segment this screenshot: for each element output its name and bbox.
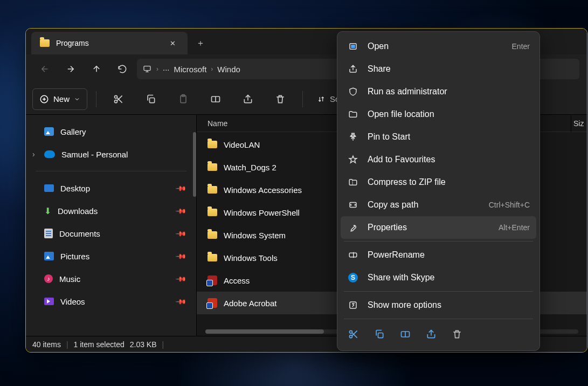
column-size[interactable]: Siz: [571, 115, 587, 132]
tab-programs[interactable]: Programs ✕: [31, 32, 188, 54]
ctx-open-location[interactable]: Open file location: [341, 103, 536, 126]
separator: [36, 171, 186, 171]
access-shortcut-icon: [207, 275, 217, 285]
sidebar-item-videos[interactable]: Videos 📌: [26, 290, 196, 313]
trash-icon: [452, 329, 462, 340]
file-name: Watch_Dogs 2: [224, 163, 276, 172]
breadcrumb-ellipsis[interactable]: ···: [163, 65, 170, 74]
chevron-right-icon[interactable]: ›: [156, 65, 158, 73]
separator: |: [162, 340, 164, 349]
sidebar-label: Music: [59, 274, 80, 284]
sidebar-item-music[interactable]: ♪ Music 📌: [26, 267, 196, 290]
ctx-share-skype[interactable]: S Share with Skype: [341, 266, 536, 289]
ctx-powerrename[interactable]: PowerRename: [341, 244, 536, 266]
ctx-copy-path[interactable]: Copy as path Ctrl+Shift+C: [341, 194, 536, 216]
sidebar-label: Samuel - Personal: [61, 150, 128, 159]
ctx-label: Run as administrator: [368, 87, 447, 96]
share-icon: [426, 329, 437, 340]
breadcrumb-seg-windows[interactable]: Windo: [217, 65, 240, 74]
pin-icon: 📌: [175, 228, 187, 239]
sidebar-item-documents[interactable]: Documents 📌: [26, 222, 196, 245]
sidebar-item-downloads[interactable]: ⬇ Downloads 📌: [26, 199, 196, 222]
ctx-cut-button[interactable]: [348, 329, 359, 340]
ctx-icon-toolbar: [341, 321, 536, 347]
sidebar-item-onedrive[interactable]: Samuel - Personal: [26, 143, 196, 166]
music-icon: ♪: [44, 274, 53, 283]
acrobat-shortcut-icon: [207, 298, 217, 308]
ctx-delete-button[interactable]: [452, 329, 462, 340]
file-name: Windows Tools: [224, 253, 278, 263]
scrollbar-thumb[interactable]: [205, 329, 324, 334]
scissors-icon: [113, 94, 124, 105]
ctx-share[interactable]: Share: [341, 58, 536, 80]
ctx-copy-button[interactable]: [374, 329, 385, 340]
ctx-share-button[interactable]: [426, 329, 437, 340]
ctx-label: Add to Favourites: [368, 155, 435, 164]
pin-icon: 📌: [175, 182, 187, 194]
ctx-pin-start[interactable]: Pin to Start: [341, 126, 536, 148]
clipboard-icon: [178, 94, 189, 105]
pin-icon: 📌: [175, 295, 187, 307]
new-label: New: [53, 94, 70, 104]
chevron-right-icon[interactable]: ›: [211, 65, 213, 73]
copy-button[interactable]: [137, 88, 164, 110]
rename-button[interactable]: [202, 88, 229, 110]
sidebar-label: Pictures: [60, 252, 89, 261]
separator: [96, 91, 96, 107]
back-button[interactable]: [33, 58, 56, 80]
onedrive-icon: [44, 150, 55, 158]
separator: |: [66, 340, 68, 349]
folder-icon: [207, 209, 217, 216]
new-button[interactable]: New: [32, 88, 87, 110]
star-icon: [347, 155, 359, 164]
separator: [344, 291, 533, 292]
ctx-add-favourites[interactable]: Add to Favourites: [341, 148, 536, 171]
sidebar-scrollbar[interactable]: [193, 132, 196, 197]
close-tab-button[interactable]: ✕: [165, 36, 180, 51]
zip-icon: [347, 177, 359, 187]
file-name: Windows PowerShell: [224, 208, 300, 217]
new-tab-button[interactable]: ＋: [188, 32, 213, 54]
more-icon: [347, 300, 359, 310]
ctx-properties[interactable]: Properties Alt+Enter: [341, 216, 536, 239]
sidebar: Gallery Samuel - Personal Desktop 📌 ⬇ Do…: [26, 115, 197, 336]
ctx-label: Copy as path: [368, 200, 418, 210]
desktop-icon: [44, 184, 54, 192]
share-button[interactable]: [234, 88, 261, 110]
ctx-shortcut: Ctrl+Shift+C: [489, 201, 530, 209]
shield-icon: [347, 87, 359, 96]
ctx-label: PowerRename: [368, 250, 425, 260]
gallery-icon: [44, 127, 54, 136]
ctx-rename-button[interactable]: [400, 329, 411, 340]
sidebar-label: Gallery: [60, 127, 86, 136]
ctx-label: Pin to Start: [368, 132, 410, 142]
sidebar-item-pictures[interactable]: Pictures 📌: [26, 245, 196, 267]
document-icon: [44, 229, 53, 238]
forward-button[interactable]: [59, 58, 82, 80]
breadcrumb-seg-microsoft[interactable]: Microsoft: [174, 65, 207, 74]
sidebar-label: Documents: [59, 229, 100, 238]
context-menu: Open Enter Share Run as administrator Op…: [337, 31, 540, 351]
sidebar-item-desktop[interactable]: Desktop 📌: [26, 177, 196, 199]
status-selected-count: 1 item selected: [74, 340, 124, 349]
svg-rect-12: [350, 302, 356, 308]
status-item-count: 40 items: [32, 340, 61, 349]
refresh-button[interactable]: [111, 58, 134, 80]
paste-button[interactable]: [170, 88, 197, 110]
sidebar-item-gallery[interactable]: Gallery: [26, 120, 196, 143]
delete-button[interactable]: [267, 88, 294, 110]
ctx-open[interactable]: Open Enter: [341, 35, 536, 58]
ctx-compress-zip[interactable]: Compress to ZIP file: [341, 171, 536, 194]
copy-icon: [374, 329, 385, 340]
ctx-show-more[interactable]: Show more options: [341, 294, 536, 316]
sort-icon: [317, 95, 326, 104]
share-icon: [347, 64, 359, 74]
up-button[interactable]: [85, 58, 108, 80]
pin-icon: [347, 132, 359, 142]
svg-rect-9: [351, 45, 355, 48]
rename-icon: [210, 94, 221, 105]
folder-icon: [207, 254, 217, 261]
ctx-run-admin[interactable]: Run as administrator: [341, 80, 536, 103]
file-name: VideoLAN: [224, 140, 260, 149]
cut-button[interactable]: [105, 88, 132, 110]
